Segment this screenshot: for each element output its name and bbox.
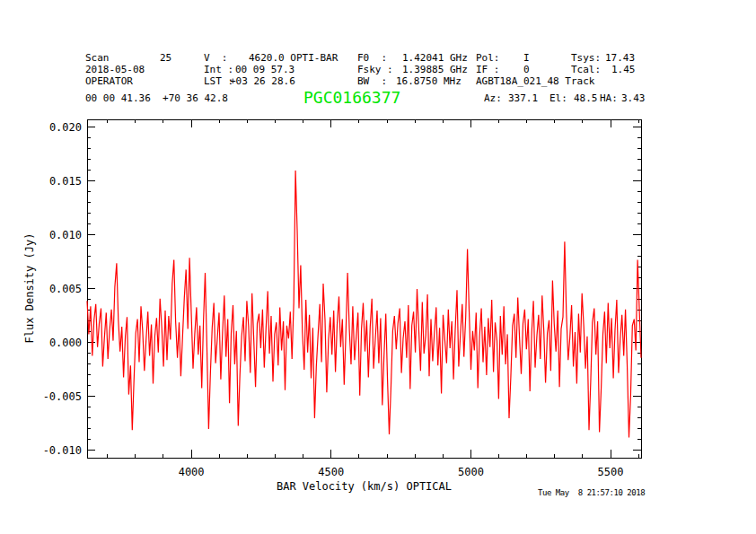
- plot-timestamp: Tue May 8 21:57:10 2018: [538, 488, 645, 497]
- y-tick-label: -0.010: [43, 444, 82, 457]
- y-tick-label: 0.020: [49, 121, 82, 134]
- spectrum-plot: 4000450050005500-0.010-0.0050.0000.0050.…: [0, 0, 756, 534]
- x-tick-label: 4500: [318, 466, 344, 478]
- spectrum-line: [87, 171, 641, 438]
- y-tick-label: 0.010: [49, 229, 82, 241]
- x-axis-title: BAR Velocity (km/s) OPTICAL: [277, 480, 452, 493]
- plot-frame: [87, 119, 641, 458]
- gbtidl-plotter-window: Scan 25 V : 4620.0 OPTI-BAR F0 : 1.42041…: [0, 0, 756, 534]
- x-tick-label: 5500: [598, 466, 624, 478]
- y-axis-title: Flux Density (Jy): [23, 233, 36, 344]
- x-tick-label: 4000: [179, 466, 205, 478]
- y-tick-label: 0.015: [49, 175, 82, 188]
- y-tick-label: 0.000: [49, 337, 82, 349]
- x-tick-label: 5000: [458, 466, 484, 478]
- y-tick-label: -0.005: [43, 390, 82, 403]
- y-tick-label: 0.005: [49, 283, 82, 295]
